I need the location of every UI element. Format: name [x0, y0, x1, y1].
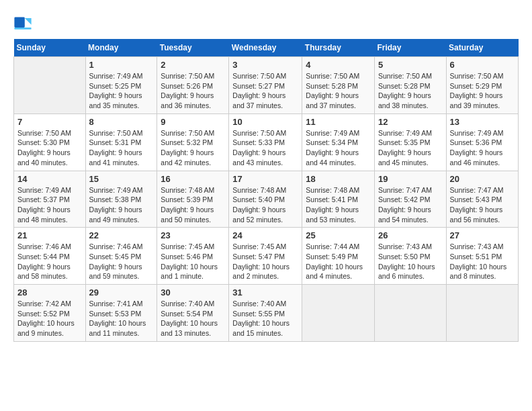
day-number: 13	[450, 117, 515, 127]
weekday-header: Monday	[85, 39, 157, 57]
day-info: Sunrise: 7:50 AM Sunset: 5:28 PM Dayligh…	[378, 71, 443, 111]
weekday-header: Sunday	[14, 39, 86, 57]
calendar-cell: 8 Sunrise: 7:50 AM Sunset: 5:31 PM Dayli…	[85, 113, 157, 171]
day-info: Sunrise: 7:42 AM Sunset: 5:52 PM Dayligh…	[17, 299, 82, 338]
day-info: Sunrise: 7:40 AM Sunset: 5:54 PM Dayligh…	[161, 299, 225, 338]
day-info: Sunrise: 7:46 AM Sunset: 5:45 PM Dayligh…	[89, 242, 154, 281]
calendar-cell	[374, 285, 446, 342]
calendar-cell	[302, 285, 375, 342]
weekday-header-row: SundayMondayTuesdayWednesdayThursdayFrid…	[14, 39, 519, 57]
weekday-header: Tuesday	[157, 39, 229, 57]
calendar-cell	[446, 285, 518, 342]
day-number: 9	[161, 117, 225, 127]
calendar-cell: 11 Sunrise: 7:49 AM Sunset: 5:34 PM Dayl…	[302, 113, 375, 171]
calendar-cell	[14, 57, 86, 114]
day-number: 12	[378, 117, 443, 127]
day-info: Sunrise: 7:43 AM Sunset: 5:50 PM Dayligh…	[378, 242, 443, 281]
svg-rect-2	[14, 28, 31, 30]
day-info: Sunrise: 7:50 AM Sunset: 5:27 PM Dayligh…	[232, 71, 298, 111]
day-number: 19	[378, 174, 443, 184]
calendar-cell: 30 Sunrise: 7:40 AM Sunset: 5:54 PM Dayl…	[157, 285, 229, 342]
calendar-cell: 24 Sunrise: 7:45 AM Sunset: 5:47 PM Dayl…	[229, 228, 302, 285]
day-info: Sunrise: 7:48 AM Sunset: 5:39 PM Dayligh…	[161, 185, 225, 225]
day-info: Sunrise: 7:45 AM Sunset: 5:46 PM Dayligh…	[161, 242, 225, 281]
weekday-header: Wednesday	[229, 39, 302, 57]
day-info: Sunrise: 7:50 AM Sunset: 5:28 PM Dayligh…	[306, 71, 371, 111]
calendar-cell: 21 Sunrise: 7:46 AM Sunset: 5:44 PM Dayl…	[14, 228, 86, 285]
day-info: Sunrise: 7:48 AM Sunset: 5:40 PM Dayligh…	[232, 185, 298, 225]
page-header	[13, 13, 519, 32]
calendar-week-row: 28 Sunrise: 7:42 AM Sunset: 5:52 PM Dayl…	[14, 285, 519, 342]
day-info: Sunrise: 7:43 AM Sunset: 5:51 PM Dayligh…	[450, 242, 515, 281]
day-number: 7	[17, 117, 82, 127]
logo-icon	[13, 13, 32, 32]
calendar-cell: 23 Sunrise: 7:45 AM Sunset: 5:46 PM Dayl…	[157, 228, 229, 285]
day-number: 18	[306, 174, 371, 184]
day-info: Sunrise: 7:46 AM Sunset: 5:44 PM Dayligh…	[17, 242, 82, 281]
day-number: 14	[17, 174, 82, 184]
calendar-cell: 12 Sunrise: 7:49 AM Sunset: 5:35 PM Dayl…	[374, 113, 446, 171]
day-info: Sunrise: 7:50 AM Sunset: 5:32 PM Dayligh…	[161, 128, 225, 168]
svg-marker-1	[25, 18, 32, 25]
calendar-cell: 16 Sunrise: 7:48 AM Sunset: 5:39 PM Dayl…	[157, 171, 229, 228]
day-info: Sunrise: 7:40 AM Sunset: 5:55 PM Dayligh…	[232, 299, 298, 338]
calendar-cell: 4 Sunrise: 7:50 AM Sunset: 5:28 PM Dayli…	[302, 57, 375, 114]
day-info: Sunrise: 7:49 AM Sunset: 5:37 PM Dayligh…	[17, 185, 82, 225]
calendar-cell: 10 Sunrise: 7:50 AM Sunset: 5:33 PM Dayl…	[229, 113, 302, 171]
day-number: 11	[306, 117, 371, 127]
day-number: 5	[378, 60, 443, 70]
day-number: 4	[306, 60, 371, 70]
day-info: Sunrise: 7:47 AM Sunset: 5:42 PM Dayligh…	[378, 185, 443, 225]
day-number: 10	[232, 117, 298, 127]
day-info: Sunrise: 7:41 AM Sunset: 5:53 PM Dayligh…	[89, 299, 154, 338]
day-number: 16	[161, 174, 225, 184]
calendar-cell: 31 Sunrise: 7:40 AM Sunset: 5:55 PM Dayl…	[229, 285, 302, 342]
calendar-cell: 13 Sunrise: 7:49 AM Sunset: 5:36 PM Dayl…	[446, 113, 518, 171]
day-number: 17	[232, 174, 298, 184]
calendar-cell: 9 Sunrise: 7:50 AM Sunset: 5:32 PM Dayli…	[157, 113, 229, 171]
day-number: 22	[89, 230, 154, 240]
day-number: 6	[450, 60, 515, 70]
calendar-week-row: 21 Sunrise: 7:46 AM Sunset: 5:44 PM Dayl…	[14, 228, 519, 285]
day-info: Sunrise: 7:50 AM Sunset: 5:26 PM Dayligh…	[161, 71, 225, 111]
day-info: Sunrise: 7:45 AM Sunset: 5:47 PM Dayligh…	[232, 242, 298, 281]
day-number: 27	[450, 230, 515, 240]
calendar-cell: 2 Sunrise: 7:50 AM Sunset: 5:26 PM Dayli…	[157, 57, 229, 114]
day-info: Sunrise: 7:48 AM Sunset: 5:41 PM Dayligh…	[306, 185, 371, 225]
day-number: 1	[89, 60, 154, 70]
calendar-cell: 14 Sunrise: 7:49 AM Sunset: 5:37 PM Dayl…	[14, 171, 86, 228]
day-info: Sunrise: 7:49 AM Sunset: 5:25 PM Dayligh…	[89, 71, 154, 111]
calendar-table: SundayMondayTuesdayWednesdayThursdayFrid…	[13, 39, 519, 342]
day-number: 2	[161, 60, 225, 70]
calendar-cell: 28 Sunrise: 7:42 AM Sunset: 5:52 PM Dayl…	[14, 285, 86, 342]
day-number: 3	[232, 60, 298, 70]
calendar-cell: 27 Sunrise: 7:43 AM Sunset: 5:51 PM Dayl…	[446, 228, 518, 285]
calendar-cell: 1 Sunrise: 7:49 AM Sunset: 5:25 PM Dayli…	[85, 57, 157, 114]
calendar-cell: 6 Sunrise: 7:50 AM Sunset: 5:29 PM Dayli…	[446, 57, 518, 114]
weekday-header: Saturday	[446, 39, 518, 57]
day-info: Sunrise: 7:50 AM Sunset: 5:33 PM Dayligh…	[232, 128, 298, 168]
calendar-cell: 20 Sunrise: 7:47 AM Sunset: 5:43 PM Dayl…	[446, 171, 518, 228]
calendar-cell: 18 Sunrise: 7:48 AM Sunset: 5:41 PM Dayl…	[302, 171, 375, 228]
day-info: Sunrise: 7:49 AM Sunset: 5:35 PM Dayligh…	[378, 128, 443, 168]
calendar-week-row: 7 Sunrise: 7:50 AM Sunset: 5:30 PM Dayli…	[14, 113, 519, 171]
day-number: 26	[378, 230, 443, 240]
svg-rect-0	[14, 17, 24, 28]
calendar-week-row: 1 Sunrise: 7:49 AM Sunset: 5:25 PM Dayli…	[14, 57, 519, 114]
calendar-cell: 3 Sunrise: 7:50 AM Sunset: 5:27 PM Dayli…	[229, 57, 302, 114]
calendar-cell: 17 Sunrise: 7:48 AM Sunset: 5:40 PM Dayl…	[229, 171, 302, 228]
day-number: 28	[17, 287, 82, 298]
day-info: Sunrise: 7:50 AM Sunset: 5:31 PM Dayligh…	[89, 128, 154, 168]
calendar-cell: 7 Sunrise: 7:50 AM Sunset: 5:30 PM Dayli…	[14, 113, 86, 171]
day-number: 31	[232, 287, 298, 298]
day-number: 8	[89, 117, 154, 127]
day-info: Sunrise: 7:49 AM Sunset: 5:36 PM Dayligh…	[450, 128, 515, 168]
day-info: Sunrise: 7:44 AM Sunset: 5:49 PM Dayligh…	[306, 242, 371, 281]
calendar-cell: 5 Sunrise: 7:50 AM Sunset: 5:28 PM Dayli…	[374, 57, 446, 114]
day-number: 21	[17, 230, 82, 240]
day-number: 15	[89, 174, 154, 184]
day-number: 29	[89, 287, 154, 298]
weekday-header: Thursday	[302, 39, 375, 57]
calendar-cell: 22 Sunrise: 7:46 AM Sunset: 5:45 PM Dayl…	[85, 228, 157, 285]
day-info: Sunrise: 7:49 AM Sunset: 5:38 PM Dayligh…	[89, 185, 154, 225]
